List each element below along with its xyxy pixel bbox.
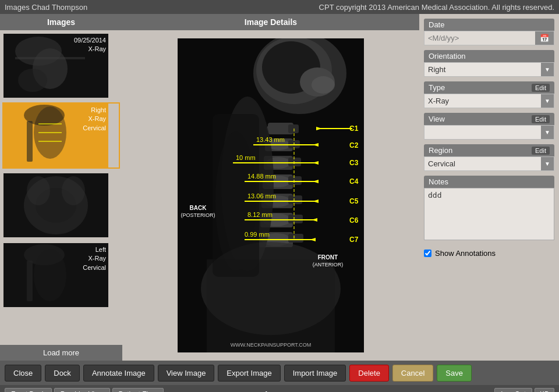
thumb-1-label: 09/25/2014X-Ray — [74, 36, 106, 54]
type-input-row: X-Ray MRI CT Scan — [424, 94, 554, 108]
thumb-image-4: LeftX-RayCervical — [3, 243, 108, 307]
show-annotations-row: Show Annotations — [424, 249, 554, 258]
right-panel: Date 📅 Orientation Right Left AP PA — [419, 14, 559, 361]
orientation-input-row: Right Left AP PA — [424, 62, 554, 77]
thumbnail-list: 09/25/2014X-Ray RightX-RayCervical — [0, 30, 122, 345]
notes-field-group: Notes — [424, 176, 554, 242]
xray-container: 13.43 mm 10 mm 14.88 mm 13.06 mm — [178, 38, 364, 352]
delete-button[interactable]: Delete — [349, 365, 389, 382]
annotate-image-button[interactable]: Annotate Image — [83, 365, 154, 382]
svg-rect-19 — [27, 261, 33, 301]
calendar-button[interactable]: 📅 — [535, 31, 554, 45]
thumb-image-3 — [3, 173, 108, 237]
view-select-wrapper: Lateral AP — [424, 126, 554, 139]
load-more-button[interactable]: Load more — [0, 345, 122, 361]
thumb-image-2: RightX-RayCervical — [3, 104, 108, 168]
svg-text:13.43 mm: 13.43 mm — [256, 136, 285, 143]
orientation-field-group: Orientation Right Left AP PA — [424, 50, 554, 77]
svg-text:0.99 mm: 0.99 mm — [245, 231, 270, 238]
svg-text:10 mm: 10 mm — [236, 154, 256, 161]
svg-rect-43 — [288, 158, 301, 166]
view-image-button[interactable]: View Image — [158, 365, 215, 382]
view-edit-button[interactable]: Edit — [532, 115, 550, 123]
svg-text:C5: C5 — [349, 197, 359, 205]
view-label: View Edit — [424, 113, 554, 125]
notes-label: Notes — [424, 176, 554, 188]
svg-text:(POSTERIOR): (POSTERIOR) — [181, 212, 215, 218]
svg-text:C3: C3 — [349, 159, 359, 167]
thumbnail-item-4[interactable]: LeftX-RayCervical — [2, 242, 120, 308]
cancel-button[interactable]: Cancel — [392, 365, 433, 382]
svg-text:C1: C1 — [349, 124, 359, 133]
thumb-4-label: LeftX-RayCervical — [83, 245, 106, 272]
notes-textarea[interactable] — [424, 188, 554, 240]
image-view: 13.43 mm 10 mm 14.88 mm 13.06 mm — [122, 30, 419, 361]
xray-svg: 13.43 mm 10 mm 14.88 mm 13.06 mm — [178, 38, 364, 352]
thumbnail-item-2[interactable]: RightX-RayCervical — [2, 102, 120, 169]
thumb-2-label: RightX-RayCervical — [83, 106, 106, 133]
import-image-button[interactable]: Import Image — [284, 365, 346, 382]
xray-thumb-svg-3 — [3, 173, 108, 237]
close-button[interactable]: Close — [5, 365, 41, 382]
thumbnail-item-1[interactable]: 09/25/2014X-Ray — [2, 33, 120, 99]
save-button[interactable]: Save — [437, 365, 472, 382]
title-bar: Images Chad Thompson CPT copyright 2013 … — [0, 0, 559, 14]
orientation-select[interactable]: Right Left AP PA — [424, 63, 554, 76]
patient-flow-button[interactable]: Patient Flow — [112, 388, 164, 392]
svg-rect-46 — [288, 215, 303, 223]
date-field-group: Date 📅 — [424, 19, 554, 45]
view-input-row: Lateral AP — [424, 125, 554, 140]
export-image-button[interactable]: Export Image — [218, 365, 280, 382]
svg-rect-41 — [288, 124, 299, 133]
date-input[interactable] — [424, 31, 535, 45]
svg-text:BACK: BACK — [190, 205, 207, 211]
view-select[interactable]: Lateral AP — [424, 126, 554, 139]
region-select[interactable]: Cervical Lumbar Thoracic — [424, 157, 554, 170]
status-datetime: Tuesday, Mar 24, 2015 2:16:40 AM — [166, 390, 459, 393]
date-input-row: 📅 — [424, 31, 554, 45]
svg-point-26 — [312, 76, 335, 94]
region-input-row: Cervical Lumbar Thoracic — [424, 156, 554, 171]
svg-text:C6: C6 — [349, 216, 359, 224]
type-field-group: Type Edit X-Ray MRI CT Scan — [424, 81, 554, 108]
type-select[interactable]: X-Ray MRI CT Scan — [424, 94, 554, 108]
image-details-header: Image Details — [122, 14, 419, 30]
svg-point-20 — [34, 249, 66, 301]
region-select-wrapper: Cervical Lumbar Thoracic — [424, 157, 554, 170]
svg-text:13.06 mm: 13.06 mm — [247, 193, 276, 199]
svg-rect-45 — [288, 195, 302, 204]
svg-text:C2: C2 — [349, 141, 359, 149]
svg-rect-7 — [27, 121, 33, 162]
center-panel: Image Details — [122, 14, 419, 361]
provider-view-button[interactable]: Provider View — [54, 388, 110, 392]
svg-text:C7: C7 — [349, 236, 359, 244]
status-bar: Front Desk Provider View Patient Flow Tu… — [0, 385, 559, 392]
kb-button[interactable]: KB — [535, 388, 554, 392]
show-annotations-label: Show Annotations — [435, 249, 496, 258]
copyright-text: CPT copyright 2013 American Medical Asso… — [319, 3, 554, 12]
svg-point-16 — [62, 176, 85, 205]
region-label: Region Edit — [424, 144, 554, 156]
region-field-group: Region Edit Cervical Lumbar Thoracic — [424, 144, 554, 171]
svg-text:C4: C4 — [349, 177, 359, 186]
log-out-button[interactable]: Log Out — [494, 388, 532, 392]
svg-rect-4 — [15, 57, 85, 59]
show-annotations-checkbox[interactable] — [424, 250, 431, 257]
svg-point-15 — [27, 176, 50, 205]
svg-text:FRONT: FRONT — [318, 254, 338, 261]
status-doctor: Dr. Brian — [461, 390, 492, 393]
dock-button[interactable]: Dock — [45, 365, 80, 382]
type-select-wrapper: X-Ray MRI CT Scan — [424, 94, 554, 108]
thumbnail-item-3[interactable] — [2, 172, 120, 238]
svg-point-3 — [18, 69, 47, 92]
svg-rect-44 — [288, 176, 302, 185]
orientation-select-wrapper: Right Left AP PA — [424, 63, 554, 76]
front-desk-button[interactable]: Front Desk — [5, 388, 52, 392]
left-panel: Images 09/25/2014X-Ray — [0, 14, 122, 361]
region-edit-button[interactable]: Edit — [532, 147, 550, 155]
orientation-label: Orientation — [424, 50, 554, 62]
type-label: Type Edit — [424, 81, 554, 94]
type-edit-button[interactable]: Edit — [532, 84, 550, 92]
thumb-image-1: 09/25/2014X-Ray — [3, 34, 108, 98]
svg-rect-47 — [288, 234, 303, 243]
